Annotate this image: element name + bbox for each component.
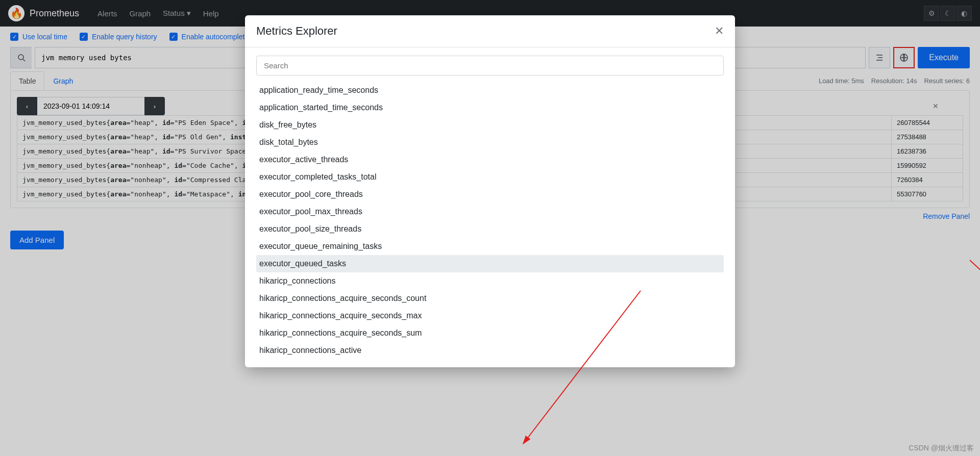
metric-item[interactable]: executor_queued_tasks — [256, 255, 724, 256]
metrics-search-input[interactable] — [256, 56, 724, 75]
modal-title: Metrics Explorer — [256, 24, 337, 38]
metric-item[interactable]: executor_pool_max_threads — [256, 203, 724, 220]
metric-item[interactable]: disk_total_bytes — [256, 134, 724, 151]
close-icon[interactable]: ✕ — [715, 24, 724, 38]
metrics-explorer-modal: Metrics Explorer ✕ application_ready_tim… — [245, 15, 735, 256]
metric-item[interactable]: application_started_time_seconds — [256, 99, 724, 116]
metric-item[interactable]: application_ready_time_seconds — [256, 82, 724, 99]
metric-item[interactable]: executor_queue_remaining_tasks — [256, 238, 724, 255]
metric-item[interactable]: executor_completed_tasks_total — [256, 168, 724, 186]
metric-item[interactable]: executor_pool_size_threads — [256, 220, 724, 238]
modal-header: Metrics Explorer ✕ — [245, 15, 735, 47]
metric-item[interactable]: executor_active_threads — [256, 151, 724, 168]
metric-item[interactable]: executor_pool_core_threads — [256, 186, 724, 203]
metric-item[interactable]: disk_free_bytes — [256, 116, 724, 134]
modal-body: application_ready_time_secondsapplicatio… — [245, 47, 735, 256]
